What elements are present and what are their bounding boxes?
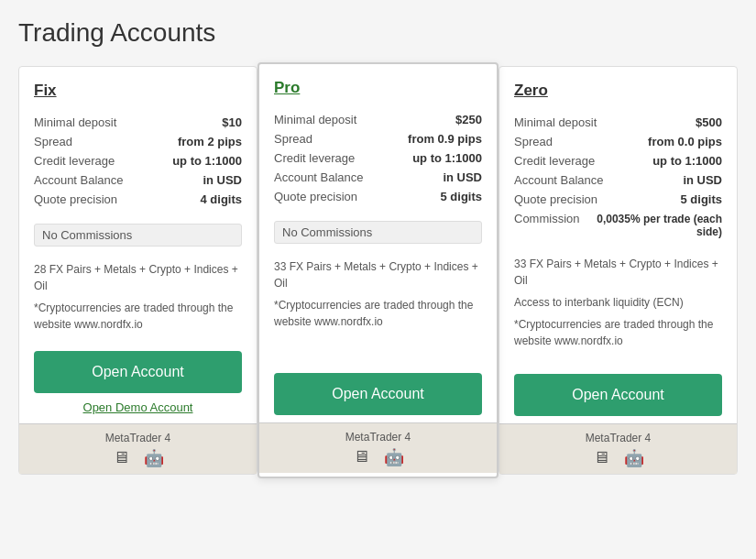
info-row: Quote precision 5 digits [514, 190, 722, 209]
card-pro-title: Pro [274, 79, 482, 97]
field-label: Credit leverage [514, 154, 595, 168]
metatrader-section-pro: MetaTrader 4 🖥 🤖 [259, 422, 497, 473]
card-fix: Fix Minimal deposit $10 Spread from 2 pi… [18, 66, 257, 475]
field-label: Commission [514, 212, 580, 225]
desktop-icon: 🖥 [353, 447, 369, 467]
desktop-icon: 🖥 [593, 448, 609, 468]
info-row: Minimal deposit $500 [514, 113, 722, 132]
description-line3: *Cryptocurrencies are traded through the… [514, 316, 722, 349]
field-label: Spread [514, 135, 553, 148]
field-label: Minimal deposit [34, 115, 116, 129]
info-row: Quote precision 4 digits [34, 190, 242, 209]
field-label: Credit leverage [274, 151, 355, 165]
open-demo-account-link[interactable]: Open Demo Account [34, 400, 242, 414]
card-zero-description: 33 FX Pairs + Metals + Crypto + Indices … [514, 256, 722, 361]
description-line2: Access to interbank liquidity (ECN) [514, 294, 722, 311]
description-line2: *Cryptocurrencies are traded through the… [34, 300, 242, 333]
field-label: Minimal deposit [274, 113, 356, 126]
android-icon: 🤖 [384, 447, 404, 467]
field-value: 5 digits [680, 192, 722, 206]
field-label: Spread [34, 135, 72, 148]
info-row: Spread from 0.0 pips [514, 132, 722, 151]
field-value: $500 [696, 115, 722, 129]
field-value: 0,0035% per trade (each side) [580, 213, 722, 238]
description-line1: 33 FX Pairs + Metals + Crypto + Indices … [274, 258, 482, 291]
description-line1: 33 FX Pairs + Metals + Crypto + Indices … [514, 256, 722, 289]
card-pro-description: 33 FX Pairs + Metals + Crypto + Indices … [274, 258, 482, 360]
field-label: Quote precision [274, 190, 357, 203]
card-fix-title: Fix [34, 82, 242, 100]
platform-icons: 🖥 🤖 [259, 447, 497, 467]
open-account-button-pro[interactable]: Open Account [274, 373, 482, 415]
page-title: Trading Accounts [18, 18, 738, 48]
info-row: Spread from 0.9 pips [274, 129, 482, 148]
platform-icons: 🖥 🤖 [499, 448, 737, 468]
android-icon: 🤖 [144, 448, 164, 468]
info-row: Account Balance in USD [274, 168, 482, 187]
field-label: Account Balance [274, 170, 364, 184]
info-row: Credit leverage up to 1:1000 [274, 148, 482, 168]
field-value: 4 digits [200, 192, 242, 206]
field-value: up to 1:1000 [172, 154, 242, 168]
desktop-icon: 🖥 [113, 448, 129, 468]
info-row-commission: Commission 0,0035% per trade (each side) [514, 209, 722, 241]
card-pro-fields: Minimal deposit $250 Spread from 0.9 pip… [274, 110, 482, 206]
field-label: Quote precision [514, 192, 597, 206]
card-zero-title: Zero [514, 82, 722, 100]
field-value: from 0.9 pips [408, 132, 482, 146]
card-zero: Zero Minimal deposit $500 Spread from 0.… [499, 66, 738, 475]
field-value: in USD [203, 173, 242, 187]
open-account-button-fix[interactable]: Open Account [34, 351, 242, 393]
metatrader-section-fix: MetaTrader 4 🖥 🤖 [19, 423, 257, 474]
card-fix-fields: Minimal deposit $10 Spread from 2 pips C… [34, 113, 242, 209]
field-value: $10 [222, 115, 242, 129]
open-account-button-zero[interactable]: Open Account [514, 374, 722, 416]
metatrader-label: MetaTrader 4 [259, 431, 497, 444]
field-label: Account Balance [34, 173, 124, 187]
field-label: Credit leverage [34, 154, 115, 168]
info-row: Credit leverage up to 1:1000 [514, 151, 722, 170]
info-row: Account Balance in USD [34, 170, 242, 190]
info-row: Spread from 2 pips [34, 132, 242, 151]
field-label: Minimal deposit [514, 115, 597, 129]
field-value: up to 1:1000 [652, 154, 722, 168]
no-commissions-badge-pro: No Commissions [274, 221, 482, 244]
metatrader-section-zero: MetaTrader 4 🖥 🤖 [499, 423, 737, 474]
description-line2: *Cryptocurrencies are traded through the… [274, 297, 482, 330]
field-value: 5 digits [440, 190, 482, 203]
cards-container: Fix Minimal deposit $10 Spread from 2 pi… [18, 66, 738, 475]
field-value: from 2 pips [178, 135, 242, 148]
info-row: Quote precision 5 digits [274, 187, 482, 206]
no-commissions-badge: No Commissions [34, 224, 242, 247]
info-row: Minimal deposit $250 [274, 110, 482, 129]
field-label: Quote precision [34, 192, 117, 206]
field-value: from 0.0 pips [648, 135, 722, 148]
card-fix-description: 28 FX Pairs + Metals + Crypto + Indices … [34, 261, 242, 338]
info-row: Minimal deposit $10 [34, 113, 242, 132]
metatrader-label: MetaTrader 4 [499, 432, 737, 444]
field-value: in USD [683, 173, 722, 187]
field-label: Spread [274, 132, 312, 146]
platform-icons: 🖥 🤖 [19, 448, 257, 468]
android-icon: 🤖 [624, 448, 644, 468]
field-value: $250 [455, 113, 482, 126]
info-row: Credit leverage up to 1:1000 [34, 151, 242, 170]
card-pro: Pro Minimal deposit $250 Spread from 0.9… [257, 62, 499, 478]
description-line1: 28 FX Pairs + Metals + Crypto + Indices … [34, 261, 242, 294]
field-value: in USD [443, 170, 482, 184]
metatrader-label: MetaTrader 4 [19, 432, 257, 444]
card-zero-fields: Minimal deposit $500 Spread from 0.0 pip… [514, 113, 722, 241]
info-row: Account Balance in USD [514, 170, 722, 190]
field-label: Account Balance [514, 173, 604, 187]
field-value: up to 1:1000 [412, 151, 482, 165]
